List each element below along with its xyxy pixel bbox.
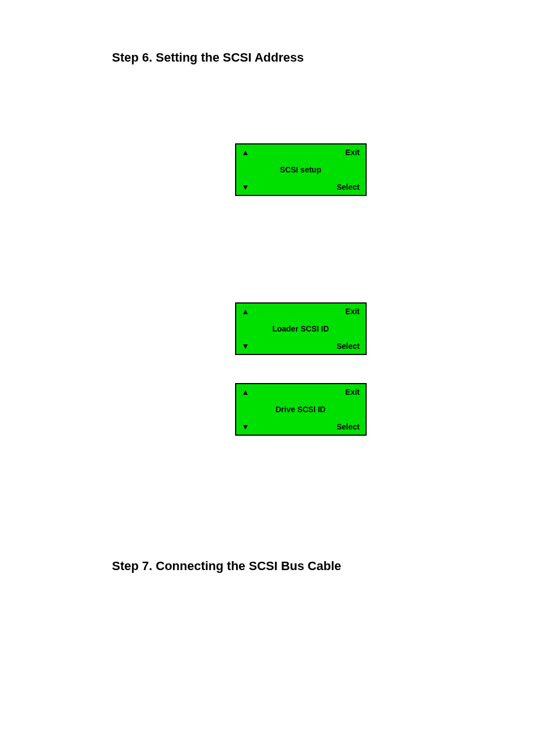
lcd-loader-scsi-id: ▲ Exit Loader SCSI ID ▼ Select <box>235 302 367 355</box>
select-button[interactable]: Select <box>336 183 359 192</box>
lcd-row-mid: Drive SCSI ID <box>241 401 361 418</box>
exit-button[interactable]: Exit <box>345 388 360 396</box>
down-arrow-icon[interactable]: ▼ <box>242 422 250 431</box>
exit-button[interactable]: Exit <box>345 148 360 157</box>
lcd-drive-scsi-id: ▲ Exit Drive SCSI ID ▼ Select <box>235 383 367 436</box>
spacer <box>112 355 489 383</box>
lcd-row-bottom: ▼ Select <box>241 180 361 194</box>
lcd-wrap-3: ▲ Exit Drive SCSI ID ▼ Select <box>112 383 489 436</box>
up-arrow-icon[interactable]: ▲ <box>242 307 250 316</box>
lcd-wrap-1: ▲ Exit SCSI setup ▼ Select <box>112 143 489 196</box>
lcd-wrap-2: ▲ Exit Loader SCSI ID ▼ Select <box>112 302 489 355</box>
lcd-row-bottom: ▼ Select <box>241 339 361 353</box>
lcd-row-mid: SCSI setup <box>241 161 361 178</box>
lcd-row-mid: Loader SCSI ID <box>241 320 361 337</box>
page: Step 6. Setting the SCSI Address ▲ Exit … <box>0 0 534 756</box>
lcd-title: Loader SCSI ID <box>272 324 329 333</box>
lcd-scsi-setup: ▲ Exit SCSI setup ▼ Select <box>235 143 367 196</box>
exit-button[interactable]: Exit <box>345 307 360 316</box>
up-arrow-icon[interactable]: ▲ <box>242 148 250 157</box>
lcd-title: SCSI setup <box>280 165 321 174</box>
lcd-row-bottom: ▼ Select <box>241 420 361 433</box>
lcd-row-top: ▲ Exit <box>241 146 361 159</box>
heading-step6: Step 6. Setting the SCSI Address <box>112 50 489 65</box>
select-button[interactable]: Select <box>336 422 359 431</box>
down-arrow-icon[interactable]: ▼ <box>242 342 250 351</box>
lcd-title: Drive SCSI ID <box>275 405 325 414</box>
down-arrow-icon[interactable]: ▼ <box>242 183 250 192</box>
lcd-row-top: ▲ Exit <box>241 385 361 399</box>
up-arrow-icon[interactable]: ▲ <box>242 388 250 396</box>
heading-step7: Step 7. Connecting the SCSI Bus Cable <box>112 559 489 573</box>
spacer <box>112 196 489 302</box>
select-button[interactable]: Select <box>336 342 359 351</box>
lcd-row-top: ▲ Exit <box>241 305 361 318</box>
